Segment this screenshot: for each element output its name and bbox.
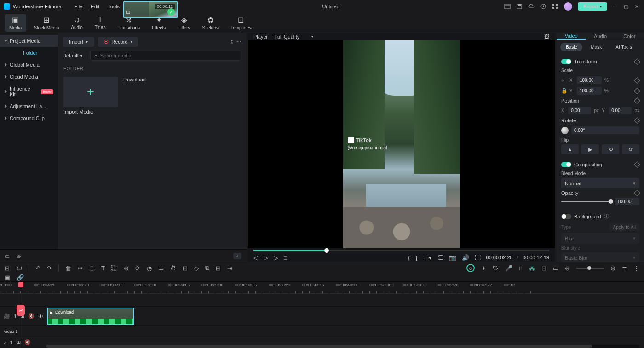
keyframe-icon[interactable] xyxy=(634,58,640,65)
subtab-mask[interactable]: Mask xyxy=(585,43,607,51)
tl-rotate[interactable]: ⟳ xyxy=(135,265,140,272)
menu-edit[interactable]: Edit xyxy=(91,4,99,9)
blend-mode-dropdown[interactable]: Normal▾ xyxy=(561,178,639,188)
play-button[interactable]: ▷ xyxy=(264,254,268,261)
export-button[interactable]: Export▾ xyxy=(578,2,607,11)
timeline-playhead[interactable]: ✂ xyxy=(21,282,21,348)
flip-vertical-button[interactable]: ▶ xyxy=(581,144,599,154)
inspector-tab-color[interactable]: Color xyxy=(615,33,644,40)
inspector-tab-video[interactable]: Video xyxy=(557,33,586,40)
menu-tools[interactable]: Tools xyxy=(108,4,120,9)
track-mute-icon[interactable]: 🔇 xyxy=(24,339,31,345)
new-bin-icon[interactable]: 🗁 xyxy=(16,253,21,259)
tl-split[interactable]: ✂ xyxy=(78,265,83,272)
keyframe-icon[interactable] xyxy=(634,97,640,104)
tl-view-options[interactable]: ≣ xyxy=(622,265,627,272)
volume-icon[interactable]: 🔊 xyxy=(462,254,469,261)
tl-render-icon[interactable]: ▭ xyxy=(553,265,558,272)
position-x-input[interactable]: 0.00 xyxy=(568,107,591,114)
subtab-ai-tools[interactable]: AI Tools xyxy=(610,43,637,51)
tl-center[interactable]: ⊡ xyxy=(183,265,188,272)
tl-copy[interactable]: ⿻ xyxy=(111,265,117,272)
sidebar-item-project-media[interactable]: Project Media xyxy=(0,35,58,47)
track-visible-icon[interactable]: 👁 xyxy=(38,314,43,319)
snapshot-icon[interactable]: 🖼 xyxy=(544,34,549,40)
tl-select-tool[interactable]: ⊞ xyxy=(5,265,10,272)
scrubber-handle[interactable] xyxy=(324,248,329,253)
tl-tag-tool[interactable]: 🏷 xyxy=(16,265,22,272)
ribbon-titles[interactable]: TTitles xyxy=(90,14,110,31)
timeline-zoom-slider[interactable] xyxy=(576,268,604,269)
keyframe-icon[interactable] xyxy=(634,161,640,168)
maximize-icon[interactable]: ▢ xyxy=(624,4,629,9)
tl-group[interactable]: ⧉ xyxy=(205,264,209,272)
timeline-hscroll[interactable] xyxy=(46,345,639,348)
quality-dropdown[interactable]: Full Quality▾ xyxy=(274,34,313,40)
rotate-knob[interactable] xyxy=(561,127,569,134)
video-viewport[interactable]: TikTok @rosejoym.murcial xyxy=(248,40,555,248)
tl-crop[interactable]: ⬚ xyxy=(89,265,95,272)
rotate-cw-button[interactable]: ⟲ xyxy=(602,144,619,154)
info-icon[interactable]: ⓘ xyxy=(604,213,609,220)
tl-speed[interactable]: ⊕ xyxy=(124,265,129,272)
ribbon-stickers[interactable]: ✿Stickers xyxy=(198,14,224,32)
opacity-slider[interactable] xyxy=(561,201,611,202)
lock-icon[interactable]: 🔒 xyxy=(561,88,567,94)
track-mute-icon[interactable]: 🔇 xyxy=(28,313,34,319)
more-icon[interactable]: ⋯ xyxy=(236,39,242,45)
import-button[interactable]: Import▾ xyxy=(63,37,94,47)
apply-to-all-button[interactable]: Apply to All xyxy=(610,223,639,231)
compositing-toggle[interactable] xyxy=(561,162,571,167)
ribbon-templates[interactable]: ⊡Templates xyxy=(226,14,256,32)
sort-dropdown[interactable]: Default▾ xyxy=(63,53,82,58)
timeline-ruler[interactable]: :00:0000:00:04:2500:00:09:2000:00:14:150… xyxy=(0,282,644,294)
tl-marker[interactable]: ◇ xyxy=(194,265,199,272)
ribbon-stock-media[interactable]: ⊞Stock Media xyxy=(29,14,63,32)
tl-zoom-in[interactable]: ⊕ xyxy=(610,265,615,272)
keyframe-icon[interactable] xyxy=(634,77,640,83)
layout-icon[interactable] xyxy=(504,3,511,10)
link-icon[interactable]: ⟐ xyxy=(561,77,567,84)
tl-face-icon[interactable]: ☺ xyxy=(466,264,475,272)
camera-icon[interactable]: 📷 xyxy=(449,254,456,261)
keyframe-icon[interactable] xyxy=(634,87,640,94)
sidebar-item-influence-kit[interactable]: Influence KitNEW xyxy=(0,83,58,100)
close-icon[interactable]: ✕ xyxy=(635,4,640,9)
updates-icon[interactable] xyxy=(540,3,546,10)
sidebar-item-cloud-media[interactable]: Cloud Media xyxy=(0,71,58,83)
subtab-basic[interactable]: Basic xyxy=(560,43,582,51)
import-media-tile[interactable]: + xyxy=(63,77,118,107)
opacity-input[interactable]: 100.00 xyxy=(615,198,639,205)
scale-y-input[interactable]: 100.00 xyxy=(577,87,602,95)
fullscreen-icon[interactable]: ⛶ xyxy=(475,254,481,261)
tl-timer[interactable]: ⏱ xyxy=(170,265,176,272)
search-input[interactable] xyxy=(100,53,237,58)
save-icon[interactable] xyxy=(516,3,523,10)
sidebar-folder[interactable]: Folder xyxy=(0,47,58,59)
playhead-handle[interactable] xyxy=(18,282,23,287)
transform-toggle[interactable] xyxy=(561,59,571,64)
keyframe-icon[interactable] xyxy=(634,117,640,124)
background-toggle[interactable] xyxy=(561,214,571,219)
tl-shield-icon[interactable]: 🛡 xyxy=(493,265,499,272)
collapse-sidebar-button[interactable]: ‹ xyxy=(233,253,242,259)
tl-mic-icon[interactable]: 🎤 xyxy=(505,265,512,272)
tl-undo[interactable]: ↶ xyxy=(35,265,40,272)
tl-caption[interactable]: ▭ xyxy=(158,265,164,272)
mark-out-button[interactable]: } xyxy=(415,254,417,261)
tl-text[interactable]: T xyxy=(101,265,105,272)
new-folder-icon[interactable]: 🗀 xyxy=(5,253,10,259)
tl-delete[interactable]: 🗑 xyxy=(65,265,71,272)
playback-scrubber[interactable] xyxy=(253,250,549,251)
search-box[interactable]: ⌕ xyxy=(90,51,242,61)
sidebar-item-compound-clip[interactable]: Compound Clip xyxy=(0,112,58,124)
record-button[interactable]: ⦿Record▾ xyxy=(98,37,138,47)
cloud-upload-icon[interactable] xyxy=(528,3,535,10)
tl-snap-icon[interactable]: ▣ xyxy=(5,274,10,281)
filter-icon[interactable]: ⫱ xyxy=(231,39,233,45)
next-frame-button[interactable]: ▷ xyxy=(274,254,278,261)
mark-in-button[interactable]: { xyxy=(408,254,410,261)
keyframe-icon[interactable] xyxy=(634,190,640,196)
tl-mixer-icon[interactable]: ⎍ xyxy=(519,265,523,272)
ribbon-audio[interactable]: ♫Audio xyxy=(66,14,87,31)
